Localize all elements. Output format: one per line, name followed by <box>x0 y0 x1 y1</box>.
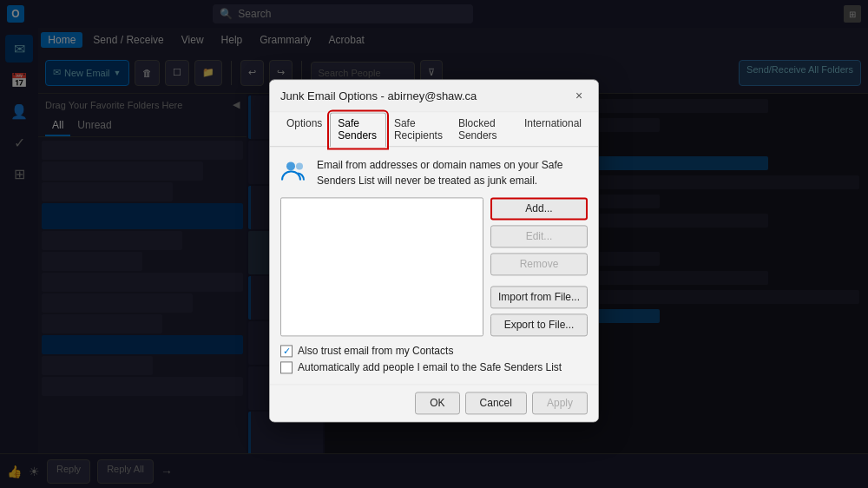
tab-blocked-senders[interactable]: Blocked Senders <box>450 112 516 147</box>
dialog-titlebar: Junk Email Options - abirney@shaw.ca × <box>270 80 598 112</box>
dialog-info: Email from addresses or domain names on … <box>280 157 588 188</box>
dialog-title: Junk Email Options - abirney@shaw.ca <box>280 89 477 102</box>
tab-safe-senders[interactable]: Safe Senders <box>330 112 386 147</box>
svg-point-1 <box>296 162 303 169</box>
dialog-main: Add... Edit... Remove Import from File..… <box>280 197 588 336</box>
dialog-info-text: Email from addresses or domain names on … <box>317 157 588 188</box>
tab-international[interactable]: International <box>516 112 589 147</box>
add-button[interactable]: Add... <box>490 197 588 220</box>
safe-senders-listbox[interactable] <box>280 197 483 336</box>
apply-button[interactable]: Apply <box>532 392 588 414</box>
auto-add-checkbox[interactable] <box>280 361 293 373</box>
tab-options[interactable]: Options <box>279 112 330 147</box>
dialog-close-button[interactable]: × <box>570 87 588 104</box>
export-to-file-button[interactable]: Export to File... <box>490 313 588 336</box>
dialog-footer: OK Cancel Apply <box>270 384 598 421</box>
trust-contacts-row: Also trust email from my Contacts <box>280 345 588 357</box>
trust-contacts-label: Also trust email from my Contacts <box>298 345 453 357</box>
import-from-file-button[interactable]: Import from File... <box>490 286 588 308</box>
dialog-body: Email from addresses or domain names on … <box>270 147 598 384</box>
tab-safe-recipients[interactable]: Safe Recipients <box>386 112 450 147</box>
auto-add-label: Automatically add people I email to the … <box>298 361 562 373</box>
junk-email-options-dialog: Junk Email Options - abirney@shaw.ca × O… <box>269 79 599 422</box>
dialog-actions: Add... Edit... Remove Import from File..… <box>490 197 588 336</box>
ok-button[interactable]: OK <box>415 392 459 414</box>
contacts-icon <box>280 157 308 185</box>
remove-button[interactable]: Remove <box>490 253 588 275</box>
trust-contacts-checkbox[interactable] <box>280 345 293 357</box>
dialog-tabs: Options Safe Senders Safe Recipients Blo… <box>270 112 598 147</box>
dialog-checkboxes: Also trust email from my Contacts Automa… <box>280 345 588 373</box>
auto-add-row: Automatically add people I email to the … <box>280 361 588 373</box>
cancel-button[interactable]: Cancel <box>465 392 527 414</box>
edit-button[interactable]: Edit... <box>490 225 588 247</box>
svg-point-0 <box>286 162 295 170</box>
